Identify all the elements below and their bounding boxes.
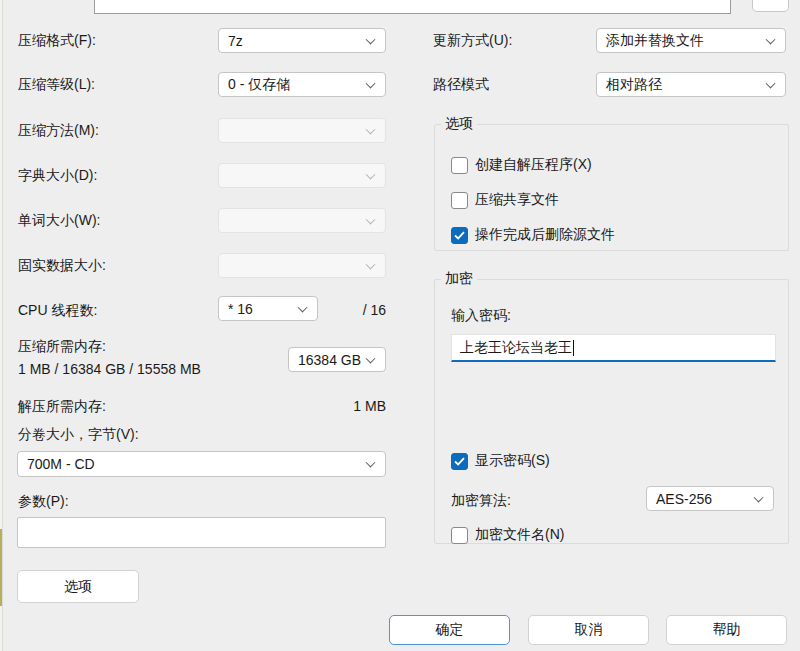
dictionary-label: 字典大小(D): xyxy=(18,166,97,184)
cpu-threads-max: / 16 xyxy=(340,301,386,319)
chevron-down-icon xyxy=(766,78,776,88)
path-mode-label: 路径模式 xyxy=(433,75,489,93)
chevron-down-icon xyxy=(366,353,376,363)
encryption-method-label: 加密算法: xyxy=(451,491,511,509)
checkbox-label: 压缩共享文件 xyxy=(475,191,559,209)
level-value: 0 - 仅存储 xyxy=(228,76,290,94)
options-button-label: 选项 xyxy=(64,578,92,596)
update-mode-value: 添加并替换文件 xyxy=(606,32,704,50)
checkbox-label: 加密文件名(N) xyxy=(475,526,564,544)
update-mode-dropdown[interactable]: 添加并替换文件 xyxy=(596,28,786,53)
checkbox-label: 创建自解压程序(X) xyxy=(475,156,592,174)
background-window-sliver xyxy=(0,529,2,606)
chevron-down-icon xyxy=(366,169,376,179)
checkbox-icon xyxy=(451,453,468,470)
memory-decompress-value: 1 MB xyxy=(286,397,386,415)
text-cursor xyxy=(573,340,574,356)
encryption-method-dropdown[interactable]: AES-256 xyxy=(646,486,774,511)
encryption-group-title: 加密 xyxy=(441,270,477,288)
memory-compress-label: 压缩所需内存: xyxy=(18,337,106,355)
checkbox-shared-files[interactable]: 压缩共享文件 xyxy=(451,191,559,209)
cpu-threads-label: CPU 线程数: xyxy=(18,301,97,319)
checkbox-encrypt-filenames[interactable]: 加密文件名(N) xyxy=(451,526,564,544)
encryption-method-value: AES-256 xyxy=(656,491,712,507)
checkbox-icon xyxy=(451,227,468,244)
dialog-left-border xyxy=(2,0,3,651)
checkbox-create-sfx[interactable]: 创建自解压程序(X) xyxy=(451,156,592,174)
memory-usage-value: 16384 GB xyxy=(298,352,361,368)
password-input[interactable]: 上老王论坛当老王 xyxy=(451,334,776,362)
options-group: 选项 创建自解压程序(X) 压缩共享文件 操作完成后删除源文件 xyxy=(434,115,789,251)
chevron-down-icon xyxy=(766,34,776,44)
level-label: 压缩等级(L): xyxy=(18,75,95,93)
format-value: 7z xyxy=(228,33,243,49)
dictionary-dropdown xyxy=(218,163,386,188)
password-value: 上老王论坛当老王 xyxy=(460,339,572,357)
encryption-group: 加密 输入密码: 上老王论坛当老王 显示密码(S) 加密算法: AES-256 … xyxy=(434,270,789,544)
chevron-down-icon xyxy=(366,78,376,88)
checkbox-label: 显示密码(S) xyxy=(475,452,550,470)
split-volume-label: 分卷大小，字节(V): xyxy=(18,425,139,443)
path-mode-dropdown[interactable]: 相对路径 xyxy=(596,72,786,97)
update-mode-label: 更新方式(U): xyxy=(433,31,512,49)
memory-usage-dropdown[interactable]: 16384 GB xyxy=(288,347,386,372)
parameters-input[interactable] xyxy=(17,517,386,548)
ok-button[interactable]: 确定 xyxy=(389,615,510,645)
checkbox-icon xyxy=(451,527,468,544)
solid-block-dropdown xyxy=(218,253,386,278)
format-dropdown[interactable]: 7z xyxy=(218,28,386,53)
options-button[interactable]: 选项 xyxy=(17,570,139,603)
chevron-down-icon xyxy=(366,458,376,468)
cpu-threads-dropdown[interactable]: * 16 xyxy=(218,296,318,321)
memory-decompress-label: 解压所需内存: xyxy=(18,397,106,415)
chevron-down-icon xyxy=(754,492,764,502)
level-dropdown[interactable]: 0 - 仅存储 xyxy=(218,72,386,97)
word-size-label: 单词大小(W): xyxy=(18,211,100,229)
chevron-down-icon xyxy=(366,124,376,134)
help-button-label: 帮助 xyxy=(713,621,741,639)
memory-compress-detail: 1 MB / 16384 GB / 15558 MB xyxy=(18,360,201,378)
word-size-dropdown xyxy=(218,208,386,233)
help-button[interactable]: 帮助 xyxy=(666,615,787,645)
cancel-button-label: 取消 xyxy=(575,621,603,639)
solid-block-label: 固实数据大小: xyxy=(18,256,106,274)
parameters-label: 参数(P): xyxy=(18,492,69,510)
chevron-down-icon xyxy=(298,302,308,312)
ok-button-label: 确定 xyxy=(436,621,464,639)
path-mode-value: 相对路径 xyxy=(606,76,662,94)
password-label: 输入密码: xyxy=(451,306,511,324)
checkbox-delete-after[interactable]: 操作完成后删除源文件 xyxy=(451,226,615,244)
method-label: 压缩方法(M): xyxy=(18,121,99,139)
checkbox-show-password[interactable]: 显示密码(S) xyxy=(451,452,550,470)
cancel-button[interactable]: 取消 xyxy=(528,615,649,645)
chevron-down-icon xyxy=(366,214,376,224)
options-group-title: 选项 xyxy=(441,115,477,133)
checkbox-icon xyxy=(451,157,468,174)
archive-name-input[interactable] xyxy=(94,0,731,14)
split-volume-combobox[interactable]: 700M - CD xyxy=(17,451,386,477)
cpu-threads-value: * 16 xyxy=(228,301,253,317)
method-dropdown xyxy=(218,118,386,143)
browse-button[interactable] xyxy=(752,0,789,12)
chevron-down-icon xyxy=(366,259,376,269)
checkbox-label: 操作完成后删除源文件 xyxy=(475,226,615,244)
chevron-down-icon xyxy=(366,34,376,44)
checkbox-icon xyxy=(451,192,468,209)
format-label: 压缩格式(F): xyxy=(18,31,96,49)
split-volume-value: 700M - CD xyxy=(27,456,95,472)
